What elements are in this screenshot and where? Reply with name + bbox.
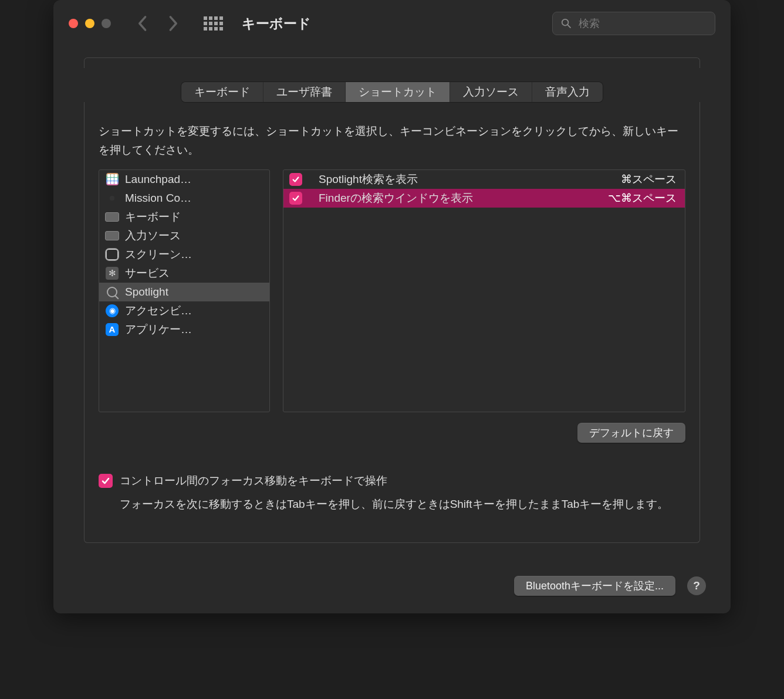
instructions-text: ショートカットを変更するには、ショートカットを選択し、キーコンビネーションをクリ… [99,122,685,160]
category-item[interactable]: Mission Co… [99,189,269,208]
help-button[interactable]: ? [687,576,706,595]
category-label: アクセシビ… [125,303,192,318]
minimize-window-button[interactable] [85,19,94,28]
close-window-button[interactable] [69,19,78,28]
search-box[interactable] [552,12,715,35]
category-item[interactable]: Spotlight [99,283,269,301]
window-title: キーボード [242,15,544,33]
search-icon [561,18,572,29]
svg-point-0 [562,19,569,26]
tabs-row: キーボードユーザ辞書ショートカット入力ソース音声入力 [53,47,731,102]
body-panel: ショートカットを変更するには、ショートカットを選択し、キーコンビネーションをクリ… [84,102,700,543]
tab-1[interactable]: ユーザ辞書 [263,82,346,102]
keyboard-nav-description: フォーカスを次に移動するときはTabキーを押し、前に戻すときはShiftキーを押… [120,494,685,514]
category-label: Launchpad… [125,173,191,186]
category-list[interactable]: Launchpad…Mission Co…キーボード入力ソーススクリーン…✻サー… [99,169,270,412]
traffic-lights [69,19,111,28]
category-item[interactable]: ◉アクセシビ… [99,301,269,320]
category-label: キーボード [125,209,181,225]
shortcut-list[interactable]: Spotlight検索を表示⌘スペースFinderの検索ウインドウを表示⌥⌘スペ… [283,169,685,412]
category-label: サービス [125,266,170,281]
preferences-window: キーボード キーボードユーザ辞書ショートカット入力ソース音声入力 ショートカット… [53,0,731,613]
shortcut-row[interactable]: Spotlight検索を表示⌘スペース [283,170,685,189]
columns: Launchpad…Mission Co…キーボード入力ソーススクリーン…✻サー… [99,169,685,412]
category-item[interactable]: Launchpad… [99,170,269,189]
nav-back-button[interactable] [137,15,147,32]
keyboard-nav-label: コントロール間のフォーカス移動をキーボードで操作 [120,473,387,488]
shortcut-row[interactable]: Finderの検索ウインドウを表示⌥⌘スペース [283,189,685,208]
category-label: スクリーン… [125,247,192,262]
tab-2[interactable]: ショートカット [346,82,450,102]
shortcut-checkbox[interactable] [289,173,302,186]
category-item[interactable]: ✻サービス [99,264,269,283]
category-label: アプリケー… [125,322,192,337]
category-item[interactable]: スクリーン… [99,245,269,264]
keyboard-nav-row: コントロール間のフォーカス移動をキーボードで操作 [99,473,685,488]
tab-0[interactable]: キーボード [181,82,263,102]
show-all-icon[interactable] [204,16,223,30]
shortcut-keys[interactable]: ⌥⌘スペース [608,191,677,206]
input-icon [105,229,119,242]
tabs: キーボードユーザ辞書ショートカット入力ソース音声入力 [181,82,603,102]
shortcut-label: Finderの検索ウインドウを表示 [312,191,599,206]
svg-line-1 [568,25,570,28]
category-item[interactable]: Aアプリケー… [99,320,269,339]
category-label: Mission Co… [125,192,191,205]
shortcut-checkbox[interactable] [289,192,302,205]
launchpad-icon [105,173,119,186]
category-label: 入力ソース [125,228,181,243]
access-icon: ◉ [105,304,119,317]
restore-defaults-button[interactable]: デフォルトに戻す [577,423,685,443]
bluetooth-setup-button[interactable]: Bluetoothキーボードを設定... [514,576,675,596]
search-input[interactable] [577,17,707,30]
category-label: Spotlight [125,286,168,298]
services-icon: ✻ [105,267,119,280]
category-item[interactable]: キーボード [99,208,269,226]
shortcut-label: Spotlight検索を表示 [312,172,611,187]
footer: Bluetoothキーボードを設定... ? [53,569,731,613]
keyboard-icon [105,211,119,223]
zoom-window-button[interactable] [102,19,111,28]
tab-3[interactable]: 入力ソース [450,82,532,102]
spotlight-icon [105,286,119,298]
keyboard-nav-checkbox[interactable] [99,474,113,488]
shortcut-keys[interactable]: ⌘スペース [621,172,677,187]
nav-forward-button[interactable] [168,15,179,32]
tab-4[interactable]: 音声入力 [532,82,603,102]
screenshot-icon [105,248,119,261]
mission-icon [105,192,119,205]
category-item[interactable]: 入力ソース [99,226,269,245]
app-icon: A [105,323,119,336]
nav-arrows [137,15,179,32]
titlebar: キーボード [53,0,731,47]
